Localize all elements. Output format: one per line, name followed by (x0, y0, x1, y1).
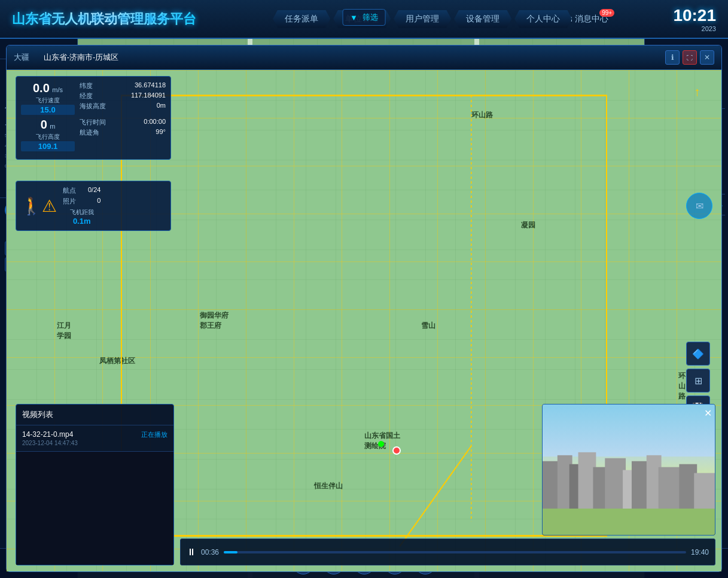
nav-user-mgmt[interactable]: 用户管理 (394, 10, 451, 28)
flight-row-2: 0 m 飞行高度 109.1 飞行时间 0:00:00 航迹角 99° (21, 118, 166, 151)
expand-icon: ⛶ (687, 54, 693, 61)
nav-personal[interactable]: 个人中心 (514, 10, 572, 28)
altitude-unit: m (50, 123, 55, 130)
speed-display: 0.0 m/s 飞行速度 15.0 (21, 81, 75, 115)
distance-display: 飞机距我 0.1m (63, 208, 100, 226)
video-controls-bar: ⏸ 00:36 19:40 (180, 539, 715, 565)
map-grid-btn[interactable]: ⊞ (686, 369, 710, 393)
video-list-header: 视频列表 (16, 404, 173, 425)
elevation-label: 海拔高度 (80, 102, 106, 111)
time-total: 19:40 (691, 548, 709, 556)
waypoint-value: 0/24 (88, 186, 100, 195)
svg-rect-15 (694, 473, 715, 509)
video-playing-label: 正在播放 (141, 430, 167, 439)
mission-boundary-box (121, 95, 607, 536)
coord-display: 纬度 36.674118 经度 117.184091 海拔高度 0m (80, 81, 166, 115)
progress-bar[interactable] (224, 551, 686, 553)
distance-label: 飞机距我 (63, 208, 100, 217)
speed-value: 0.0 (33, 81, 50, 95)
filter-bar[interactable]: ▼ 筛选 (342, 9, 386, 26)
speed-label: 飞行速度 (21, 96, 75, 105)
waypoint-info-panel: 🚶⚠ 航点 0/24 照片 0 飞机距我 0.1m (16, 181, 171, 231)
video-frame (543, 404, 715, 535)
expand-btn[interactable]: ⛶ (683, 50, 697, 65)
altitude-display: 0 m 飞行高度 109.1 (21, 118, 75, 151)
heading-value: 99° (156, 128, 166, 137)
map-email-btn[interactable]: ✉ (686, 193, 712, 219)
filter-label: 筛选 (363, 12, 378, 23)
dialog-location: 山东省-济南市-历城区 (44, 52, 659, 63)
speed-unit: m/s (52, 86, 63, 93)
dialog-header: 大疆 山东省-济南市-历城区 ℹ ⛶ ✕ (7, 45, 721, 70)
video-list-item-0[interactable]: 正在播放 14-32-21-0.mp4 2023-12-04 14:47:43 (16, 425, 173, 452)
dialog-separator (35, 53, 38, 62)
header-right: 10:21 2023 (673, 6, 728, 32)
svg-rect-9 (605, 458, 626, 509)
latitude-row: 纬度 36.674118 (80, 81, 166, 90)
app-title: 山东省无人机联动管理服务平台 (0, 10, 208, 28)
elevation-value: 0m (157, 102, 166, 111)
flight-info-panel: 0.0 m/s 飞行速度 15.0 纬度 36.674118 经度 117.18… (16, 76, 171, 160)
waypoint-label: 航点 (63, 186, 76, 195)
close-icon: ✕ (704, 53, 710, 62)
label-huanshan-road2: 环山路 (678, 371, 686, 401)
video-ground (543, 509, 715, 535)
pause-btn[interactable]: ⏸ (187, 547, 196, 558)
video-list-body (16, 452, 173, 565)
video-buildings (543, 443, 715, 509)
longitude-row: 经度 117.184091 (80, 92, 166, 101)
waypoint-row: 航点 0/24 (63, 186, 100, 195)
map-layers-btn[interactable]: 🔷 (686, 342, 710, 366)
svg-rect-13 (659, 467, 683, 509)
nav-bar: 任务派单 单位管理 用户管理 设备管理 个人中心 消息中心 99+ (208, 10, 673, 28)
elevation-row: 海拔高度 0m (80, 102, 166, 111)
main-dialog: 大疆 山东省-济南市-历城区 ℹ ⛶ ✕ 环山路 凝园 雪山 御园华府郡王府 凤 (6, 45, 722, 572)
distance-value: 0.1m (63, 217, 100, 226)
waypoint-data: 航点 0/24 照片 0 飞机距我 0.1m (63, 186, 100, 226)
video-date: 2023-12-04 14:47:43 (22, 440, 167, 446)
latitude-value: 36.674118 (135, 81, 166, 90)
notification-btn[interactable]: 消息中心 99+ (575, 14, 608, 25)
info-icon: ℹ (671, 53, 674, 62)
altitude-label: 飞行高度 (21, 133, 75, 141)
north-arrow: ↑ (694, 85, 700, 99)
flight-time-display: 飞行时间 0:00:00 航迹角 99° (80, 118, 166, 151)
photo-value: 0 (97, 197, 100, 206)
photo-row: 照片 0 (63, 197, 100, 206)
label-jiangyue: 江月学园 (57, 321, 71, 341)
heading-row: 航迹角 99° (80, 128, 166, 137)
drone-position-marker (392, 446, 401, 455)
time-display: 10:21 2023 (673, 6, 716, 32)
info-btn[interactable]: ℹ (665, 50, 680, 65)
video-close-btn[interactable]: ✕ (704, 407, 712, 419)
video-player: ✕ (542, 404, 715, 536)
filter-icon: ▼ (350, 13, 358, 22)
dialog-content: 环山路 凝园 雪山 御园华府郡王府 凤栖第社区 江月学园 山东省国土测绘院 恒生… (7, 70, 721, 571)
longitude-label: 经度 (80, 92, 93, 101)
speed-sub-value: 15.0 (21, 105, 75, 115)
notification-badge-count: 99+ (599, 9, 614, 17)
close-btn[interactable]: ✕ (700, 50, 714, 65)
time-current: 00:36 (201, 548, 219, 556)
flight-time-value: 0:00:00 (144, 118, 166, 127)
nav-task-dispatch[interactable]: 任务派单 (273, 10, 330, 28)
heading-label: 航迹角 (80, 128, 99, 137)
waypoint-icon: 🚶⚠ (21, 196, 57, 216)
video-list-panel: 视频列表 正在播放 14-32-21-0.mp4 2023-12-04 14:4… (16, 404, 174, 565)
latitude-label: 纬度 (80, 81, 93, 90)
altitude-value: 0 (41, 118, 47, 131)
flight-time-row: 飞行时间 0:00:00 (80, 118, 166, 127)
dialog-breadcrumb: 大疆 (14, 52, 29, 63)
photo-label: 照片 (63, 197, 76, 206)
altitude-sub-value: 109.1 (21, 141, 75, 151)
flight-row-1: 0.0 m/s 飞行速度 15.0 纬度 36.674118 经度 117.18… (21, 81, 166, 115)
nav-device-mgmt[interactable]: 设备管理 (454, 10, 511, 28)
buildings-svg (543, 443, 715, 509)
flight-time-label: 飞行时间 (80, 118, 106, 127)
dialog-controls: ℹ ⛶ ✕ (665, 50, 714, 65)
longitude-value: 117.184091 (131, 92, 166, 101)
progress-fill (224, 551, 237, 553)
